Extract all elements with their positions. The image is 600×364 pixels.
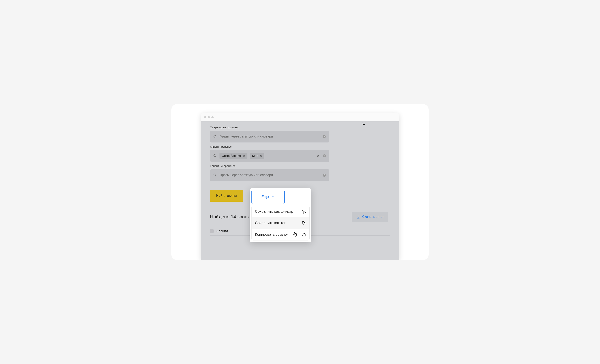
svg-text:?: ? [324,135,325,138]
svg-point-0 [214,135,216,137]
help-icon[interactable]: ? [322,154,326,158]
svg-text:?: ? [324,155,325,157]
svg-line-5 [216,156,216,157]
svg-line-15 [216,176,216,176]
close-icon[interactable] [260,155,262,157]
svg-line-1 [216,137,216,138]
dropdown-copy-link[interactable]: Копировать ссылку [252,229,309,240]
trash-icon[interactable] [362,121,366,125]
more-label: Еще [261,195,269,199]
filter-plus-icon [301,209,306,214]
filter-operator-not-said: Оператор не произнес Фразы через запятую… [210,126,390,142]
menu-item-label: Сохранить как тег [255,221,286,225]
dropdown-save-as-filter[interactable]: Сохранить как фильтр [252,206,309,217]
tag-chip-insults[interactable]: Оскорбления [219,153,247,159]
filter-client-not-said: Клиент не произнес Фразы через запятую и… [210,164,390,181]
filter-label: Клиент произнес [210,145,390,148]
filter-client-said: Клиент произнес Оскорбления Мат [210,145,390,162]
find-calls-button[interactable]: Найти звонки [210,190,243,202]
download-label: Скачать отчет [362,215,384,219]
browser-titlebar [201,113,399,121]
close-icon[interactable] [243,155,245,157]
results-count: Найдено 14 звонки [210,214,252,220]
clear-all-icon[interactable] [317,154,319,157]
placeholder-text: Фразы через запятую или словари [219,135,326,139]
tag-label: Мат [252,154,258,158]
svg-text:?: ? [324,174,325,177]
svg-rect-22 [303,234,305,236]
results-prefix: Найдено [210,214,231,220]
search-icon [213,135,217,139]
help-icon[interactable]: ? [322,173,326,177]
menu-item-label: Копировать ссылку [255,232,288,237]
more-dropdown-panel: Еще Сохранить как фильтр [250,188,311,242]
filter-input-client-not[interactable]: Фразы через запятую или словари ? [210,169,329,181]
browser-window: Оператор не произнес Фразы через запятую… [201,113,399,260]
traffic-light-maximize[interactable] [211,116,214,118]
traffic-light-close[interactable] [204,116,206,118]
filter-label: Клиент не произнес [210,164,390,168]
more-button[interactable]: Еще [252,190,285,204]
chevron-up-icon [271,195,275,198]
dropdown-save-as-tag[interactable]: Сохранить как тег [252,217,309,229]
dropdown-menu: Сохранить как фильтр Сохранить как тег [252,206,309,241]
placeholder-text: Фразы через запятую или словари [219,173,326,177]
traffic-light-minimize[interactable] [208,116,210,118]
search-icon [213,154,217,158]
tag-chip-profanity[interactable]: Мат [250,153,264,159]
copy-icon [301,232,306,237]
tag-icon [301,221,306,225]
filter-label: Оператор не произнес [210,126,390,129]
content-area: Оператор не произнес Фразы через запятую… [201,121,399,260]
svg-point-4 [214,154,216,157]
results-number: 14 [231,214,236,220]
search-icon [213,173,217,177]
filter-input-client-said[interactable]: Оскорбления Мат [210,150,329,162]
column-caller: Звонил [216,229,228,233]
select-all-checkbox[interactable] [210,229,214,233]
svg-marker-18 [302,210,306,213]
svg-point-21 [303,222,303,223]
help-icon[interactable]: ? [322,135,326,139]
download-report-button[interactable]: Скачать отчет [352,212,388,222]
menu-item-label: Сохранить как фильтр [255,209,293,214]
filter-input-operator-not[interactable]: Фразы через запятую или словари ? [210,131,329,142]
tag-label: Оскорбления [222,154,241,158]
action-row: Найти звонки Еще Сохранить как фильтр [210,190,390,202]
download-icon [356,215,360,219]
svg-point-14 [214,174,216,176]
outer-frame: Оператор не произнес Фразы через запятую… [171,104,429,260]
